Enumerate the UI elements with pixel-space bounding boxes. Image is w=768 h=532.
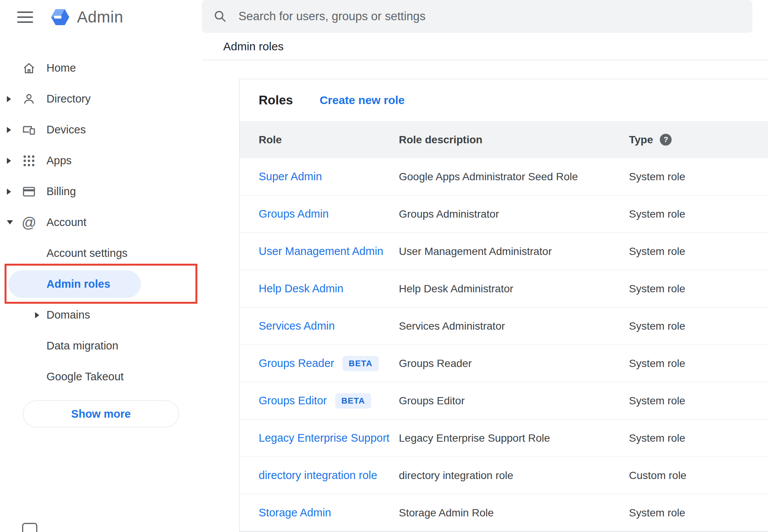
role-type: System role bbox=[629, 395, 768, 407]
table-row: Super Admin Google Apps Administrator Se… bbox=[240, 158, 768, 195]
sidebar: Admin Home Directory bbox=[0, 0, 202, 532]
table-header-row: Role Role description Type ? bbox=[240, 121, 768, 158]
column-header-role: Role bbox=[259, 134, 399, 146]
role-link[interactable]: Groups Reader bbox=[259, 357, 334, 370]
beta-badge: BETA bbox=[335, 393, 371, 409]
role-description: Services Administrator bbox=[399, 320, 629, 332]
directory-icon bbox=[21, 91, 37, 107]
expand-arrow-icon[interactable] bbox=[7, 158, 11, 164]
role-description: directory integration role bbox=[399, 470, 629, 482]
role-link[interactable]: Groups Editor bbox=[259, 394, 327, 407]
admin-console: Admin Home Directory bbox=[0, 0, 768, 532]
column-header-type: Type bbox=[629, 134, 653, 146]
sidebar-item-label: Admin roles bbox=[46, 278, 110, 290]
sidebar-item-domains[interactable]: Domains bbox=[0, 300, 202, 330]
sidebar-item-home[interactable]: Home bbox=[0, 53, 202, 83]
collapse-arrow-icon[interactable] bbox=[7, 220, 13, 224]
role-link[interactable]: Legacy Enterprise Support bbox=[259, 432, 389, 444]
topbar bbox=[202, 0, 768, 33]
role-type: System role bbox=[629, 171, 768, 183]
table-row: Groups Admin Groups Administrator System… bbox=[240, 195, 768, 233]
table-row: Groups Editor BETA Groups Editor System … bbox=[240, 382, 768, 420]
show-more-button[interactable]: Show more bbox=[23, 401, 179, 427]
role-link[interactable]: Help Desk Admin bbox=[259, 282, 343, 295]
table-row: directory integration role directory int… bbox=[240, 457, 768, 494]
sidebar-item-data-migration[interactable]: Data migration bbox=[0, 330, 202, 361]
sidebar-item-admin-roles[interactable]: Admin roles bbox=[8, 270, 141, 298]
sidebar-item-account-settings[interactable]: Account settings bbox=[0, 238, 202, 269]
admin-logo-icon bbox=[50, 8, 71, 27]
sidebar-item-billing[interactable]: Billing bbox=[0, 176, 202, 207]
table-row: User Management Admin User Management Ad… bbox=[240, 233, 768, 270]
table-row: Help Desk Admin Help Desk Administrator … bbox=[240, 270, 768, 308]
expand-arrow-icon[interactable] bbox=[7, 189, 11, 195]
search-input[interactable] bbox=[238, 0, 752, 33]
sidebar-item-label: Directory bbox=[46, 93, 91, 105]
role-link[interactable]: Groups Admin bbox=[259, 208, 329, 220]
sidebar-item-label: Billing bbox=[46, 185, 76, 198]
roles-card: Roles Create new role Role Role descript… bbox=[239, 79, 768, 532]
expand-arrow-icon[interactable] bbox=[7, 96, 11, 102]
role-type: System role bbox=[629, 208, 768, 220]
sidebar-item-devices[interactable]: Devices bbox=[0, 114, 202, 145]
role-type: System role bbox=[629, 507, 768, 519]
role-description: Groups Editor bbox=[399, 395, 629, 407]
role-link[interactable]: Super Admin bbox=[259, 170, 322, 183]
role-description: Legacy Enterprise Support Role bbox=[399, 432, 629, 444]
role-link[interactable]: User Management Admin bbox=[259, 245, 383, 258]
menu-icon[interactable] bbox=[17, 11, 33, 23]
table-row: Storage Admin Storage Admin Role System … bbox=[240, 494, 768, 532]
sidebar-item-label: Account bbox=[46, 216, 86, 229]
roles-table-body: Super Admin Google Apps Administrator Se… bbox=[240, 158, 768, 532]
role-link[interactable]: directory integration role bbox=[259, 469, 377, 482]
column-header-description: Role description bbox=[399, 134, 629, 146]
roles-card-header: Roles Create new role bbox=[240, 79, 768, 121]
sidebar-item-google-takeout[interactable]: Google Takeout bbox=[0, 361, 202, 392]
sidebar-item-label: Domains bbox=[46, 309, 90, 321]
main-content: Admin roles Roles Create new role Role R… bbox=[202, 0, 768, 532]
sidebar-item-account[interactable]: @ Account bbox=[0, 207, 202, 238]
sidebar-item-label: Apps bbox=[46, 154, 72, 167]
billing-icon bbox=[21, 183, 37, 200]
table-row: Groups Reader BETA Groups Reader System … bbox=[240, 345, 768, 382]
table-row: Legacy Enterprise Support Legacy Enterpr… bbox=[240, 420, 768, 457]
role-description: Storage Admin Role bbox=[399, 507, 629, 519]
beta-badge: BETA bbox=[342, 356, 378, 371]
sidebar-item-apps[interactable]: Apps bbox=[0, 145, 202, 176]
app-name: Admin bbox=[77, 8, 123, 26]
sidebar-item-label: Account settings bbox=[46, 247, 128, 260]
role-type: System role bbox=[629, 283, 768, 295]
role-type: System role bbox=[629, 357, 768, 370]
sidebar-item-label: Data migration bbox=[46, 340, 118, 352]
create-new-role-link[interactable]: Create new role bbox=[320, 94, 405, 107]
help-icon[interactable]: ? bbox=[660, 134, 672, 146]
search-icon bbox=[213, 10, 227, 23]
table-row: Services Admin Services Administrator Sy… bbox=[240, 308, 768, 345]
sidebar-nav: Home Directory Devices bbox=[0, 34, 202, 427]
home-icon bbox=[21, 60, 37, 77]
sidebar-item-label: Google Takeout bbox=[46, 370, 124, 383]
role-description: Google Apps Administrator Seed Role bbox=[399, 171, 629, 183]
role-type: System role bbox=[629, 245, 768, 258]
role-link[interactable]: Storage Admin bbox=[259, 506, 331, 519]
sidebar-item-directory[interactable]: Directory bbox=[0, 83, 202, 114]
account-icon: @ bbox=[21, 214, 37, 231]
role-description: Groups Reader bbox=[399, 357, 629, 370]
breadcrumb: Admin roles bbox=[202, 33, 768, 60]
sidebar-item-label: Home bbox=[46, 62, 76, 74]
expand-arrow-icon[interactable] bbox=[7, 127, 11, 133]
partial-bottom-icon bbox=[22, 523, 37, 532]
roles-title: Roles bbox=[259, 93, 293, 107]
apps-icon bbox=[21, 152, 37, 169]
role-link[interactable]: Services Admin bbox=[259, 320, 335, 332]
page-title: Admin roles bbox=[223, 40, 283, 53]
expand-arrow-icon[interactable] bbox=[35, 312, 39, 318]
role-type: System role bbox=[629, 432, 768, 444]
search-box[interactable] bbox=[202, 0, 752, 33]
role-description: Help Desk Administrator bbox=[399, 283, 629, 295]
sidebar-header: Admin bbox=[0, 0, 202, 34]
role-description: Groups Administrator bbox=[399, 208, 629, 220]
role-description: User Management Administrator bbox=[399, 245, 629, 258]
sidebar-item-label: Devices bbox=[46, 123, 86, 136]
devices-icon bbox=[21, 122, 37, 138]
